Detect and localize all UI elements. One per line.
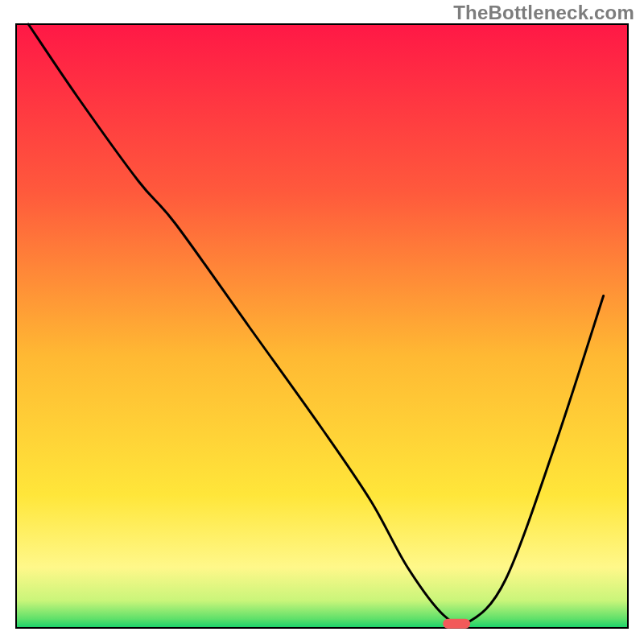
- chart-root: TheBottleneck.com: [0, 0, 644, 644]
- chart-svg: [0, 0, 644, 644]
- plot-background: [16, 24, 628, 628]
- optimal-marker: [443, 619, 470, 629]
